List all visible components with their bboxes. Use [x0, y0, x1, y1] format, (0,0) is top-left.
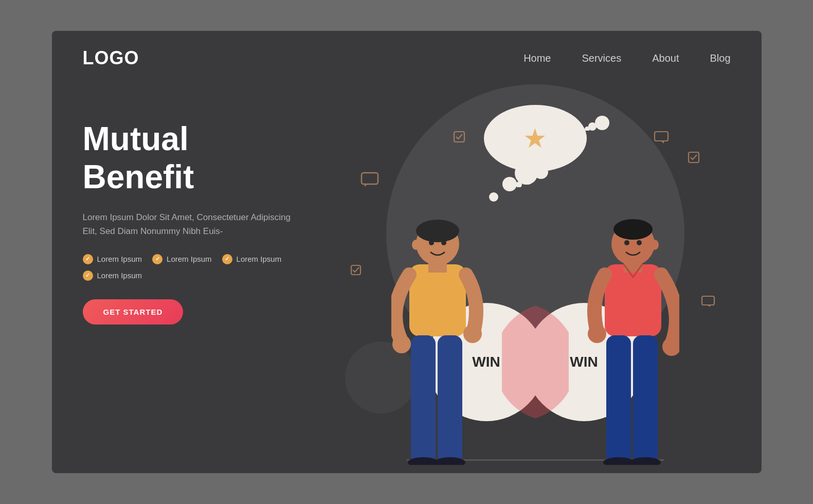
checklist: ✓ Lorem Ipsum ✓ Lorem Ipsum ✓ Lorem Ipsu…	[83, 254, 340, 281]
nav-about[interactable]: About	[652, 52, 679, 64]
svg-point-8	[516, 182, 522, 187]
check-label-1: Lorem Ipsum	[97, 255, 142, 263]
cta-button[interactable]: GET STARTED	[83, 299, 184, 325]
navbar: LOGO Home Services About Blog	[52, 31, 762, 69]
hero-section: Mutual Benefit Lorem Ipsum Dolor Sit Ame…	[52, 69, 762, 465]
venn-overlap-svg	[502, 303, 569, 421]
check-icon-3: ✓	[222, 254, 232, 264]
person-left	[391, 197, 484, 465]
svg-point-22	[392, 335, 411, 353]
svg-rect-3	[689, 152, 699, 163]
svg-point-34	[637, 240, 642, 245]
nav-services[interactable]: Services	[582, 52, 622, 64]
svg-rect-4	[351, 265, 360, 275]
check-item-1: ✓ Lorem Ipsum	[83, 254, 142, 264]
svg-rect-18	[409, 264, 466, 336]
check-label-3: Lorem Ipsum	[237, 255, 282, 263]
thought-bubbles-dots	[513, 167, 554, 187]
svg-point-33	[624, 240, 629, 245]
svg-rect-37	[606, 335, 631, 464]
chat-icon-left	[360, 172, 379, 187]
person-right	[587, 197, 679, 465]
star-icon: ★	[523, 123, 547, 154]
logo: LOGO	[83, 47, 139, 69]
svg-point-21	[441, 240, 446, 245]
svg-rect-25	[438, 335, 462, 464]
chat-icon-top-right	[654, 131, 669, 144]
thought-bubble: ★	[484, 105, 587, 172]
svg-rect-0	[362, 173, 378, 184]
svg-point-6	[534, 167, 548, 179]
check-item-2: ✓ Lorem Ipsum	[152, 254, 212, 264]
svg-point-35	[588, 325, 606, 343]
svg-point-17	[412, 240, 420, 250]
check-icon-4: ✓	[83, 271, 93, 281]
description-text: Lorem Ipsum Dolor Sit Amet, Consectetuer…	[83, 210, 299, 238]
svg-point-7	[523, 174, 533, 185]
left-content: Mutual Benefit Lorem Ipsum Dolor Sit Ame…	[83, 100, 340, 325]
svg-rect-19	[428, 258, 447, 273]
checkbox-icon-right	[688, 151, 700, 164]
nav-links: Home Services About Blog	[523, 52, 730, 64]
thought-cloud: ★	[484, 105, 587, 172]
check-label-4: Lorem Ipsum	[97, 271, 142, 280]
page-wrapper: LOGO Home Services About Blog Mutual Ben…	[52, 31, 762, 473]
thought-bubble-right	[584, 115, 610, 131]
svg-point-36	[662, 337, 679, 356]
svg-point-30	[651, 240, 659, 250]
svg-point-9	[595, 116, 609, 130]
check-item-3: ✓ Lorem Ipsum	[222, 254, 282, 264]
svg-point-16	[416, 220, 459, 242]
svg-point-20	[429, 240, 434, 245]
check-item-4: ✓ Lorem Ipsum	[83, 271, 142, 281]
check-label-2: Lorem Ipsum	[167, 255, 212, 263]
check-icon-1: ✓	[83, 254, 93, 264]
svg-rect-38	[633, 335, 658, 464]
thought-bubble-dot	[489, 192, 498, 202]
svg-point-29	[613, 219, 653, 240]
svg-rect-31	[605, 264, 661, 336]
nav-home[interactable]: Home	[523, 52, 551, 64]
svg-point-23	[463, 325, 482, 343]
nav-blog[interactable]: Blog	[710, 52, 730, 64]
chat-icon-bottom-right	[701, 295, 715, 308]
checkbox-icon-bottom-left	[350, 264, 362, 276]
svg-point-14	[502, 303, 569, 421]
svg-rect-2	[655, 132, 668, 141]
svg-rect-24	[411, 335, 436, 464]
svg-rect-32	[624, 258, 642, 273]
check-icon-2: ✓	[152, 254, 162, 264]
svg-rect-5	[702, 296, 714, 305]
right-illustration: ★ WIN	[340, 100, 731, 465]
main-title: Mutual Benefit	[83, 120, 340, 196]
